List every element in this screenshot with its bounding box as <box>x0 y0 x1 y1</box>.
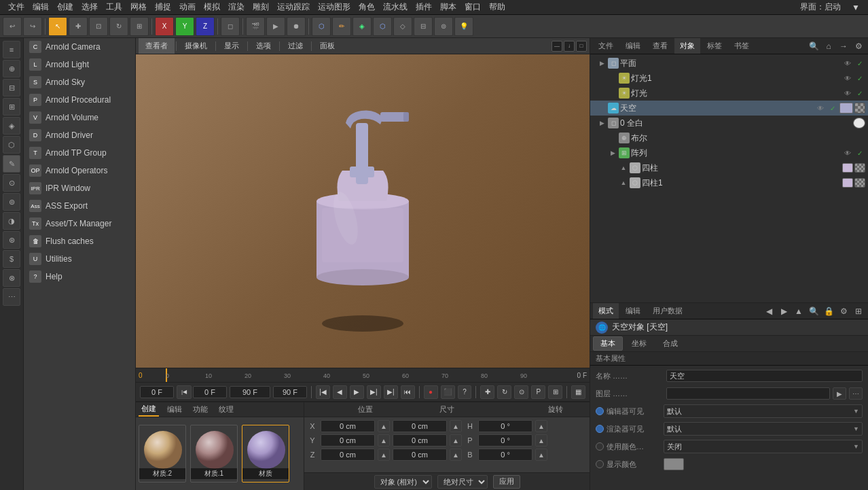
sidebar-icon-9[interactable]: ⊚ <box>3 193 20 211</box>
tree-item-col2[interactable]: ▲ ⬡ 四柱1 <box>590 175 868 190</box>
sidebar-icon-6[interactable]: ⬡ <box>3 136 20 154</box>
size-y-up[interactable]: ▲ <box>450 434 462 447</box>
apply-button[interactable]: 应用 <box>493 475 520 489</box>
rt-search-icon[interactable]: 🔍 <box>807 39 820 53</box>
vis-check-plane[interactable]: ✓ <box>854 58 865 69</box>
ipr-window[interactable]: IPR IPR Window <box>24 179 135 197</box>
layer-arrow-btn[interactable]: ▶ <box>833 387 846 400</box>
arnold-light[interactable]: L Arnold Light <box>24 56 135 73</box>
prop-expand-icon[interactable]: ⊞ <box>852 304 865 318</box>
prop-tab-edit[interactable]: 编辑 <box>620 303 646 319</box>
prop-subtab-basic[interactable]: 基本 <box>593 336 623 351</box>
menu-script[interactable]: 脚本 <box>436 1 460 13</box>
motion-btn[interactable]: ⊚ <box>434 17 453 36</box>
xaxis-btn[interactable]: X <box>155 17 174 36</box>
undo-btn[interactable]: ↩ <box>3 17 22 36</box>
rot-b-up[interactable]: ▲ <box>535 449 547 461</box>
record-btn[interactable]: ● <box>424 385 438 399</box>
menu-sim[interactable]: 模拟 <box>200 1 224 13</box>
prop-subtab-compose[interactable]: 合成 <box>655 336 685 351</box>
pos-y-up[interactable]: ▲ <box>378 434 390 447</box>
play-btn[interactable]: ▶ <box>350 385 364 399</box>
menu-window[interactable]: 窗口 <box>460 1 485 13</box>
rotate-tool[interactable]: ↻ <box>109 17 128 36</box>
transform-tool[interactable]: ⊞ <box>130 17 149 36</box>
menu-sculpt[interactable]: 雕刻 <box>249 1 273 13</box>
material-swatch-2[interactable]: 材质.1 <box>190 425 238 483</box>
help[interactable]: ? Help <box>24 268 135 285</box>
coord-mode-select[interactable]: 对象 (相对) <box>374 475 432 489</box>
arnold-operators[interactable]: OP Arnold Operators <box>24 162 135 179</box>
paint-btn[interactable]: ✏ <box>332 17 351 36</box>
rt-tab-edit[interactable]: 编辑 <box>620 38 646 54</box>
prop-color-swatch[interactable] <box>664 458 684 470</box>
loop-btn[interactable]: ⏮ <box>401 385 415 399</box>
size-x-input[interactable] <box>393 420 447 432</box>
next-frame-btn[interactable]: ▶| <box>367 385 381 399</box>
mat-tab-texture[interactable]: 纹理 <box>216 403 236 416</box>
prop-radio-use-color[interactable] <box>596 442 604 451</box>
size-z-input[interactable] <box>393 449 447 461</box>
tree-item-fullwhite[interactable]: ▶ ◻ 0 全白 <box>590 116 868 130</box>
ass-export[interactable]: Ass ASS Export <box>24 197 135 215</box>
sidebar-icon-4[interactable]: ⊞ <box>3 98 20 116</box>
sidebar-icon-8[interactable]: ⊙ <box>3 174 20 192</box>
vis-check-array[interactable]: ✓ <box>854 147 865 158</box>
rt-tab-object[interactable]: 对象 <box>674 38 700 54</box>
prop-settings-icon[interactable]: ⚙ <box>837 304 850 318</box>
prop-value-name[interactable] <box>666 370 863 382</box>
menu-help[interactable]: 帮助 <box>485 1 509 13</box>
sidebar-icon-1[interactable]: ≡ <box>3 41 20 58</box>
mat-tab-func[interactable]: 功能 <box>190 403 211 416</box>
rt-tab-bookmark[interactable]: 书签 <box>729 38 755 54</box>
rt-home-icon[interactable]: ⌂ <box>822 39 835 53</box>
rot-b-input[interactable] <box>478 449 532 461</box>
tree-item-bool[interactable]: ⊕ 布尔 <box>590 130 868 145</box>
vis-check-light1[interactable]: ✓ <box>854 73 865 84</box>
prop-lock-icon[interactable]: 🔒 <box>822 304 835 318</box>
mat-tab-edit[interactable]: 编辑 <box>164 403 185 416</box>
vp-minimize-btn[interactable]: — <box>551 41 562 52</box>
vp-tab-camera[interactable]: 摄像机 <box>178 38 214 54</box>
vis-eye-light[interactable]: 👁 <box>842 88 853 99</box>
prop-arrow-right[interactable]: ▶ <box>777 304 791 318</box>
vis-check-sky[interactable]: ✓ <box>827 103 838 113</box>
persp-btn[interactable]: ⬡ <box>312 17 331 36</box>
rt-tab-view[interactable]: 查看 <box>647 38 673 54</box>
vp-tab-options[interactable]: 选项 <box>249 38 278 54</box>
sidebar-icon-5[interactable]: ◈ <box>3 117 20 135</box>
zaxis-btn[interactable]: Z <box>196 17 215 36</box>
material-swatch-1[interactable]: 材质.2 <box>139 425 186 483</box>
scale-tool2[interactable]: ⊙ <box>514 385 528 399</box>
prop-layer-input[interactable] <box>666 387 830 400</box>
menu-anim[interactable]: 动画 <box>175 1 200 13</box>
layer-dots-btn[interactable]: ⋯ <box>849 387 863 400</box>
fps-input[interactable] <box>273 386 307 398</box>
stop-btn[interactable]: ⬛ <box>441 385 455 399</box>
light2-btn[interactable]: 💡 <box>454 17 473 36</box>
pos-x-input[interactable] <box>321 420 375 432</box>
point-tool[interactable]: P <box>531 385 545 399</box>
rot-h-up[interactable]: ▲ <box>535 420 547 432</box>
asset-tx-manager[interactable]: Tx Asset/Tx Manager <box>24 215 135 232</box>
vp-tab-panel[interactable]: 面板 <box>313 38 342 54</box>
sculpt-btn[interactable]: ◈ <box>352 17 372 36</box>
move-tool2[interactable]: ✚ <box>480 385 494 399</box>
frame-end-input[interactable] <box>230 386 270 398</box>
scale-tool[interactable]: ⊡ <box>89 17 108 36</box>
rotate-tool2[interactable]: ↻ <box>497 385 511 399</box>
prop-arrow-up[interactable]: ▲ <box>792 304 806 318</box>
vp-maximize-btn[interactable]: □ <box>576 41 587 52</box>
rt-tab-file[interactable]: 文件 <box>593 38 619 54</box>
prop-subtab-coord[interactable]: 坐标 <box>624 336 654 351</box>
mat-tab-create[interactable]: 创建 <box>139 402 159 417</box>
sidebar-icon-10[interactable]: ◑ <box>3 212 20 230</box>
menu-select[interactable]: 选择 <box>77 1 102 13</box>
menu-create[interactable]: 创建 <box>53 1 77 13</box>
yaxis-btn[interactable]: Y <box>175 17 194 36</box>
vis-eye-sky[interactable]: 👁 <box>815 103 826 113</box>
vis-eye-array[interactable]: 👁 <box>842 147 853 158</box>
sidebar-icon-14[interactable]: ⋯ <box>3 288 20 306</box>
pos-z-up[interactable]: ▲ <box>378 449 390 461</box>
pos-z-input[interactable] <box>321 449 375 461</box>
